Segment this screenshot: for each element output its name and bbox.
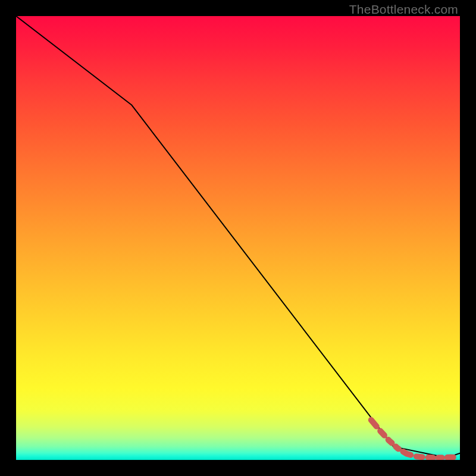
plot-area <box>16 16 460 460</box>
watermark-text: TheBottleneck.com <box>349 2 458 17</box>
series-overlay-dash <box>371 420 451 458</box>
main-curve-path <box>16 16 460 458</box>
overlay-dash-path <box>371 420 451 458</box>
series-main-curve <box>16 16 460 458</box>
chart-stage: TheBottleneck.com <box>0 0 476 476</box>
line-layer <box>16 16 460 460</box>
